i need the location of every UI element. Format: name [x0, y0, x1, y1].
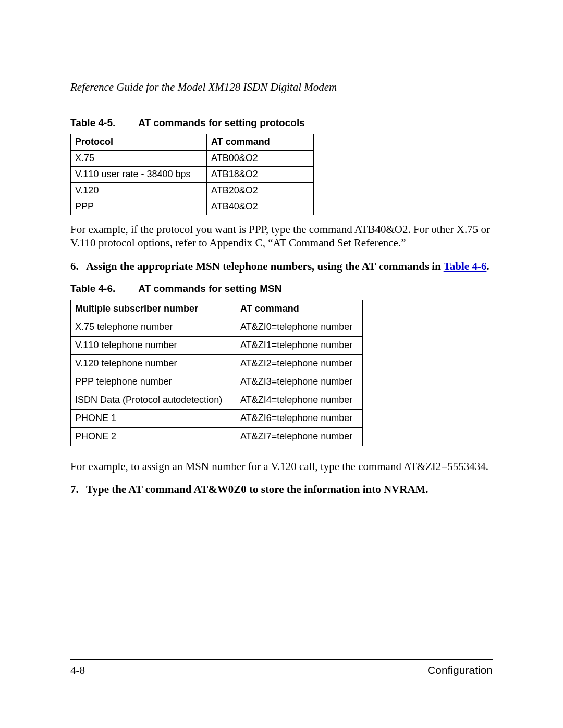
table-4-5-number: Table 4-5.: [70, 117, 115, 129]
table-cell: AT&ZI7=telephone number: [236, 427, 363, 446]
table-4-6-caption: Table 4-6.AT commands for setting MSN: [70, 283, 493, 294]
table-row: Protocol AT command: [71, 134, 314, 151]
table-cell: V.110 user rate - 38400 bps: [71, 167, 207, 183]
document-page: Reference Guide for the Model XM128 ISDN…: [0, 0, 563, 728]
table-cell: X.75: [71, 151, 207, 167]
footer-section: Configuration: [427, 664, 493, 677]
table-4-6: Multiple subscriber number AT command X.…: [70, 300, 363, 446]
table-row: V.110 telephone number AT&ZI1=telephone …: [71, 336, 363, 354]
step-6-text-before: Assign the appropriate MSN telephone num…: [86, 260, 444, 273]
table-4-6-title: AT commands for setting MSN: [138, 283, 282, 294]
table-row: Multiple subscriber number AT command: [71, 300, 363, 318]
table-header-cell: AT command: [207, 134, 314, 151]
running-header: Reference Guide for the Model XM128 ISDN…: [70, 81, 493, 97]
table-row: PHONE 2 AT&ZI7=telephone number: [71, 427, 363, 446]
paragraph-after-table-4-6: For example, to assign an MSN number for…: [70, 460, 493, 473]
table-cell: AT&ZI2=telephone number: [236, 354, 363, 373]
table-cell: ISDN Data (Protocol autodetection): [71, 391, 236, 409]
table-row: X.75 ATB00&O2: [71, 151, 314, 167]
step-6: 6. Assign the appropriate MSN telephone …: [70, 260, 493, 274]
table-row: ISDN Data (Protocol autodetection) AT&ZI…: [71, 391, 363, 409]
table-row: V.110 user rate - 38400 bps ATB18&O2: [71, 167, 314, 183]
table-cell: AT&ZI3=telephone number: [236, 373, 363, 391]
table-row: V.120 telephone number AT&ZI2=telephone …: [71, 354, 363, 373]
table-4-5-title: AT commands for setting protocols: [138, 117, 305, 128]
table-header-cell: AT command: [236, 300, 363, 318]
table-4-6-number: Table 4-6.: [70, 283, 115, 294]
table-cell: X.75 telephone number: [71, 318, 236, 336]
table-cell: V.120 telephone number: [71, 354, 236, 373]
table-4-6-link[interactable]: Table 4-6: [444, 260, 487, 273]
table-header-cell: Multiple subscriber number: [71, 300, 236, 318]
page-number: 4-8: [70, 664, 85, 677]
table-header-cell: Protocol: [71, 134, 207, 151]
table-row: PHONE 1 AT&ZI6=telephone number: [71, 409, 363, 427]
table-row: X.75 telephone number AT&ZI0=telephone n…: [71, 318, 363, 336]
step-text: Type the AT command AT&W0Z0 to store the…: [86, 483, 493, 497]
table-cell: AT&ZI1=telephone number: [236, 336, 363, 354]
table-row: PPP ATB40&O2: [71, 199, 314, 215]
table-cell: V.120: [71, 183, 207, 199]
table-cell: ATB40&O2: [207, 199, 314, 215]
table-cell: ATB18&O2: [207, 167, 314, 183]
page-footer: 4-8 Configuration: [70, 659, 493, 677]
table-cell: PPP telephone number: [71, 373, 236, 391]
table-cell: PHONE 2: [71, 427, 236, 446]
table-row: PPP telephone number AT&ZI3=telephone nu…: [71, 373, 363, 391]
step-6-text-after: .: [486, 260, 489, 273]
step-number: 6.: [70, 260, 86, 274]
table-cell: PHONE 1: [71, 409, 236, 427]
table-cell: V.110 telephone number: [71, 336, 236, 354]
table-cell: AT&ZI4=telephone number: [236, 391, 363, 409]
paragraph-after-table-4-5: For example, if the protocol you want is…: [70, 223, 493, 250]
step-text: Assign the appropriate MSN telephone num…: [86, 260, 493, 274]
table-4-5-caption: Table 4-5.AT commands for setting protoc…: [70, 117, 493, 129]
table-cell: AT&ZI0=telephone number: [236, 318, 363, 336]
table-cell: PPP: [71, 199, 207, 215]
table-cell: ATB20&O2: [207, 183, 314, 199]
step-number: 7.: [70, 483, 86, 497]
table-row: V.120 ATB20&O2: [71, 183, 314, 199]
table-cell: AT&ZI6=telephone number: [236, 409, 363, 427]
table-4-5: Protocol AT command X.75 ATB00&O2 V.110 …: [70, 134, 314, 215]
table-cell: ATB00&O2: [207, 151, 314, 167]
step-7: 7. Type the AT command AT&W0Z0 to store …: [70, 483, 493, 497]
